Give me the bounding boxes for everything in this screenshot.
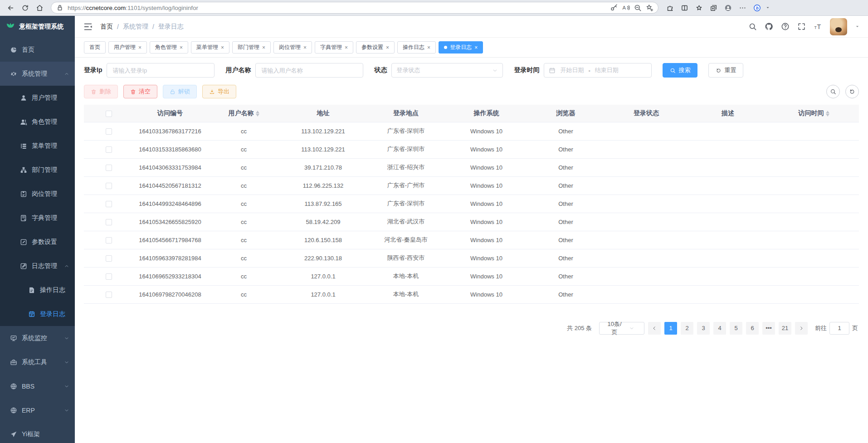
tab-close-icon[interactable]: ×	[386, 45, 389, 50]
breadcrumb-item-1[interactable]: 系统管理	[123, 23, 148, 31]
column-header[interactable]: 用户名称	[206, 105, 281, 122]
table-row[interactable]: 1641044993248464896cc113.87.92.165广东省-深圳…	[84, 195, 859, 213]
tab-close-icon[interactable]: ×	[427, 45, 430, 50]
tab-role-mgmt[interactable]: 角色管理×	[150, 41, 188, 54]
page-button-1[interactable]: 1	[664, 322, 677, 335]
tab-login-log[interactable]: 登录日志×	[439, 41, 483, 54]
page-button-21[interactable]: 21	[779, 322, 791, 335]
page-button-4[interactable]: 4	[713, 322, 726, 335]
url-text[interactable]: https://ccnetcore.com:1101/system/log/lo…	[68, 5, 606, 11]
sidebar-item-sys-tools[interactable]: 系统工具	[0, 350, 75, 374]
avatar-caret-icon[interactable]	[855, 24, 860, 29]
row-checkbox[interactable]	[106, 292, 112, 298]
page-button-3[interactable]: 3	[697, 322, 710, 335]
sort-caret-icon[interactable]	[826, 111, 829, 117]
sidebar-item-log-mgmt[interactable]: 日志管理	[0, 254, 75, 278]
key-icon[interactable]	[610, 4, 618, 12]
user-input[interactable]	[255, 63, 363, 78]
status-select[interactable]: 登录状态	[391, 63, 503, 78]
tab-menu-mgmt[interactable]: 菜单管理×	[191, 41, 229, 54]
user-avatar[interactable]	[830, 18, 847, 35]
sidebar-item-dept-mgmt[interactable]: 部门管理	[0, 158, 75, 182]
tab-dict-mgmt[interactable]: 字典管理×	[315, 41, 353, 54]
sidebar-item-home[interactable]: 首页	[0, 38, 75, 62]
delete-button[interactable]: 删除	[84, 85, 118, 98]
page-size-select[interactable]: 10条/页	[599, 322, 644, 335]
clear-button[interactable]: 清空	[123, 85, 157, 98]
sidebar-item-dict-mgmt[interactable]: 字典管理	[0, 206, 75, 230]
sidebar-item-system-mgmt[interactable]: 系统管理	[0, 62, 75, 86]
split-screen-icon[interactable]	[678, 2, 690, 14]
breadcrumb-item-0[interactable]: 首页	[100, 23, 113, 31]
tab-home[interactable]: 首页	[84, 41, 106, 54]
row-checkbox[interactable]	[106, 255, 112, 262]
sidebar-item-user-mgmt[interactable]: 用户管理	[0, 86, 75, 110]
sidebar-item-sys-monitor[interactable]: 系统监控	[0, 326, 75, 350]
row-checkbox[interactable]	[106, 201, 112, 207]
tab-close-icon[interactable]: ×	[221, 45, 224, 50]
sidebar-item-yi-framework[interactable]: Yi框架	[0, 422, 75, 443]
page-button-6[interactable]: 6	[746, 322, 759, 335]
collapse-sidebar-icon[interactable]	[83, 22, 93, 32]
tab-dept-mgmt[interactable]: 部门管理×	[232, 41, 271, 54]
zoom-out-icon[interactable]	[634, 4, 642, 12]
app-logo[interactable]: 意框架管理系统	[0, 16, 75, 38]
sidebar-item-menu-mgmt[interactable]: 菜单管理	[0, 134, 75, 158]
github-icon[interactable]	[765, 22, 773, 31]
collections-icon[interactable]	[707, 2, 719, 14]
page-button-5[interactable]: 5	[730, 322, 742, 335]
tab-close-icon[interactable]: ×	[180, 45, 183, 50]
sidebar-item-role-mgmt[interactable]: 角色管理	[0, 110, 75, 134]
search-button[interactable]: 搜索	[663, 63, 697, 78]
prev-page-button[interactable]	[648, 322, 661, 335]
table-row[interactable]: 1641044520567181312cc112.96.225.132广东省-广…	[84, 176, 859, 195]
extensions-icon[interactable]	[664, 2, 676, 14]
table-row[interactable]: 1641053426655825920cc58.19.42.209湖北省-武汉市…	[84, 213, 859, 231]
help-icon[interactable]	[781, 22, 790, 31]
unlock-button[interactable]: 解锁	[163, 85, 197, 98]
tab-close-icon[interactable]: ×	[303, 45, 307, 50]
date-range-picker[interactable]: 开始日期 - 结束日期	[544, 63, 652, 78]
address-bar[interactable]: https://ccnetcore.com:1101/system/log/lo…	[51, 2, 658, 14]
page-button-2[interactable]: 2	[681, 322, 693, 335]
search-icon[interactable]	[748, 22, 757, 31]
back-icon[interactable]	[5, 2, 16, 14]
toggle-search-button[interactable]	[826, 85, 840, 98]
home-icon[interactable]	[34, 2, 45, 14]
tab-user-mgmt[interactable]: 用户管理×	[108, 41, 147, 54]
tab-close-icon[interactable]: ×	[138, 45, 141, 50]
favorite-add-icon[interactable]	[645, 4, 653, 12]
sidebar-item-bbs[interactable]: BBS	[0, 374, 75, 398]
reset-button[interactable]: 重置	[708, 63, 743, 78]
tab-post-mgmt[interactable]: 岗位管理×	[273, 41, 312, 54]
table-row[interactable]: 1641043063331753984cc39.171.210.78浙江省-绍兴…	[84, 158, 859, 176]
tab-param-set[interactable]: 参数设置×	[356, 41, 395, 54]
sidebar-item-erp[interactable]: ERP	[0, 398, 75, 422]
row-checkbox[interactable]	[106, 183, 112, 189]
select-all-checkbox[interactable]	[106, 111, 112, 117]
browser-more-icon[interactable]	[736, 2, 748, 14]
table-row[interactable]: 1641054566717984768cc120.6.150.158河北省-秦皇…	[84, 231, 859, 249]
column-header[interactable]: 访问时间	[769, 105, 859, 122]
table-row[interactable]: 1641031367863177216cc113.102.129.221广东省-…	[84, 122, 859, 140]
export-button[interactable]: 导出	[202, 85, 236, 98]
copilot-caret-icon[interactable]	[766, 5, 770, 10]
tab-close-icon[interactable]: ×	[345, 45, 348, 50]
favorites-bar-icon[interactable]	[693, 2, 705, 14]
breadcrumb-item-2[interactable]: 登录日志	[158, 23, 184, 31]
row-checkbox[interactable]	[106, 237, 112, 243]
refresh-table-button[interactable]	[845, 85, 859, 98]
read-aloud-icon[interactable]: A	[622, 4, 630, 12]
tab-close-icon[interactable]: ×	[262, 45, 265, 50]
copilot-icon[interactable]: b	[751, 2, 763, 14]
fullscreen-icon[interactable]	[797, 22, 806, 31]
table-row[interactable]: 1641031533185863680cc113.102.129.221广东省-…	[84, 140, 859, 158]
table-row[interactable]: 1641069652933218304cc127.0.0.1本地-本机Windo…	[84, 267, 859, 285]
row-checkbox[interactable]	[106, 146, 112, 153]
browser-profile-icon[interactable]	[722, 2, 734, 14]
sidebar-item-login-log[interactable]: 登录日志	[0, 302, 75, 326]
row-checkbox[interactable]	[106, 128, 112, 135]
tab-close-icon[interactable]: ×	[474, 45, 478, 50]
sidebar-item-op-log[interactable]: 操作日志	[0, 278, 75, 302]
table-row[interactable]: 1641059633978281984cc222.90.130.18陕西省-西安…	[84, 249, 859, 267]
